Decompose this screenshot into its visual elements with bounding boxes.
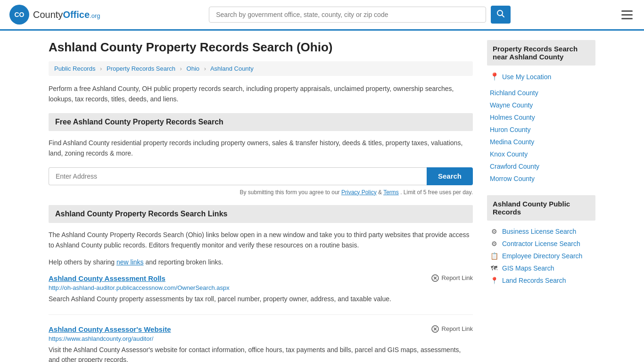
- report-icon: [431, 325, 439, 333]
- breadcrumb-property-records[interactable]: Property Records Search: [107, 65, 175, 72]
- sidebar-pub-icon: ⚙: [490, 240, 498, 247]
- sidebar-pub-item[interactable]: ⚙ Business License Search: [487, 225, 595, 238]
- free-search-section: Free Ashland County Property Records Sea…: [49, 113, 473, 196]
- use-my-location-button[interactable]: 📍 Use My Location: [487, 70, 595, 83]
- sidebar-public-records-title: Ashland County Public Records: [487, 195, 595, 221]
- sidebar-pub-label: Employee Directory Search: [502, 252, 582, 260]
- report-link-label: Report Link: [442, 274, 473, 281]
- form-note: By submitting this form you agree to our…: [49, 189, 473, 196]
- links-section-description: The Ashland County Property Records Sear…: [49, 230, 473, 251]
- links-section: Ashland County Property Records Search L…: [49, 205, 473, 362]
- report-link-button[interactable]: Report Link: [431, 274, 473, 282]
- page-description: Perform a free Ashland County, OH public…: [49, 83, 473, 105]
- sidebar-county-link[interactable]: Morrow County: [487, 173, 595, 185]
- page-title: Ashland County Property Records Search (…: [49, 40, 473, 55]
- link-items-container: Ashland County Assessment Rolls Report L…: [49, 274, 473, 362]
- link-url[interactable]: https://www.ashlandcounty.org/auditor/: [49, 335, 473, 342]
- sidebar-county-link[interactable]: Medina County: [487, 136, 595, 148]
- sidebar-nearby-title: Property Records Search near Ashland Cou…: [487, 40, 595, 66]
- hamburger-line: [621, 14, 633, 16]
- link-description: Search Ashland County property assessmen…: [49, 294, 473, 304]
- sidebar-pub-icon: 🗺: [490, 264, 498, 272]
- link-item-header: Ashland County Assessor's Website Report…: [49, 325, 473, 333]
- location-icon: 📍: [490, 72, 499, 81]
- search-bar-area: [209, 6, 511, 24]
- link-item: Ashland County Assessor's Website Report…: [49, 325, 473, 362]
- sidebar-pub-label: Business License Search: [502, 228, 576, 235]
- bc-sep: ›: [204, 65, 206, 72]
- sidebar-pub-item[interactable]: 📋 Employee Directory Search: [487, 250, 595, 262]
- sidebar-pub-icon: ⚙: [490, 228, 498, 235]
- sidebar-pub-item[interactable]: 📍 Land Records Search: [487, 274, 595, 287]
- sidebar-pub-item[interactable]: 🗺 GIS Maps Search: [487, 262, 595, 274]
- sidebar-pub-icon: 📍: [490, 277, 498, 284]
- hamburger-line: [621, 10, 633, 12]
- logo-text: CountyOffice.org: [33, 9, 100, 20]
- hamburger-menu-button[interactable]: [619, 8, 635, 21]
- sidebar-county-link[interactable]: Richland County: [487, 87, 595, 99]
- report-link-button[interactable]: Report Link: [431, 325, 473, 333]
- link-item-title[interactable]: Ashland County Assessment Rolls: [49, 274, 165, 282]
- address-input[interactable]: [49, 167, 427, 185]
- logo-icon: CO: [9, 5, 29, 25]
- link-url[interactable]: http://oh-ashland-auditor.publicaccessno…: [49, 284, 473, 291]
- sidebar-county-link[interactable]: Knox County: [487, 148, 595, 160]
- breadcrumb-ohio[interactable]: Ohio: [187, 65, 199, 72]
- bc-sep: ›: [100, 65, 102, 72]
- main-search-button[interactable]: [491, 6, 511, 24]
- sidebar-pub-items: ⚙ Business License Search ⚙ Contractor L…: [487, 225, 595, 287]
- main-search-input[interactable]: [209, 7, 486, 23]
- sidebar-public-records: Ashland County Public Records ⚙ Business…: [487, 195, 595, 287]
- sidebar-pub-label: GIS Maps Search: [502, 264, 554, 272]
- sidebar-pub-item[interactable]: ⚙ Contractor License Search: [487, 238, 595, 250]
- sidebar-pub-icon: 📋: [490, 252, 498, 260]
- header: CO CountyOffice.org: [0, 0, 644, 31]
- sidebar-pub-label: Contractor License Search: [502, 240, 580, 247]
- hamburger-line: [621, 18, 633, 19]
- sidebar-counties: Richland CountyWayne CountyHolmes County…: [487, 87, 595, 185]
- privacy-policy-link[interactable]: Privacy Policy: [341, 189, 377, 196]
- link-item-header: Ashland County Assessment Rolls Report L…: [49, 274, 473, 282]
- sidebar: Property Records Search near Ashland Cou…: [487, 40, 595, 362]
- link-item-title[interactable]: Ashland County Assessor's Website: [49, 325, 171, 333]
- breadcrumb: Public Records › Property Records Search…: [49, 61, 473, 76]
- free-search-header: Free Ashland County Property Records Sea…: [49, 113, 473, 131]
- bc-sep: ›: [180, 65, 182, 72]
- report-link-label: Report Link: [442, 325, 473, 332]
- svg-line-3: [502, 15, 504, 17]
- address-search-button[interactable]: Search: [427, 167, 473, 185]
- help-text: Help others by sharing new links and rep…: [49, 257, 473, 267]
- link-item: Ashland County Assessment Rolls Report L…: [49, 274, 473, 315]
- breadcrumb-public-records[interactable]: Public Records: [54, 65, 95, 72]
- logo-area: CO CountyOffice.org: [9, 5, 100, 25]
- links-section-header: Ashland County Property Records Search L…: [49, 205, 473, 223]
- sidebar-county-link[interactable]: Crawford County: [487, 160, 595, 173]
- free-search-description: Find Ashland County residential property…: [49, 138, 473, 159]
- new-links-link[interactable]: new links: [116, 258, 144, 266]
- breadcrumb-ashland-county[interactable]: Ashland County: [210, 65, 254, 72]
- address-form: Search: [49, 167, 473, 185]
- sidebar-county-link[interactable]: Huron County: [487, 123, 595, 136]
- report-icon: [431, 274, 439, 282]
- svg-text:CO: CO: [15, 11, 25, 18]
- sidebar-pub-label: Land Records Search: [502, 277, 566, 284]
- sidebar-county-link[interactable]: Holmes County: [487, 111, 595, 123]
- link-description: Visit the Ashland County Assessor's webs…: [49, 345, 473, 362]
- page-wrap: Ashland County Property Records Search (…: [39, 31, 605, 362]
- main-content: Ashland County Property Records Search (…: [49, 40, 473, 362]
- sidebar-county-link[interactable]: Wayne County: [487, 99, 595, 111]
- terms-link[interactable]: Terms: [383, 189, 399, 196]
